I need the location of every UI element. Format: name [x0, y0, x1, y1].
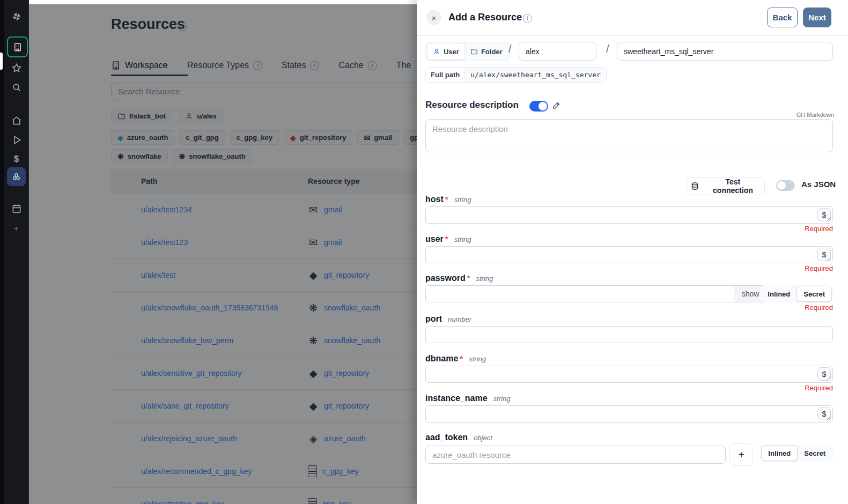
required-asterisk: *	[445, 195, 448, 204]
sidebar-item-variables[interactable]: $	[4, 150, 28, 168]
field-name: user	[425, 234, 444, 244]
resize-handle[interactable]	[826, 217, 831, 222]
field-host: host*string$Required	[425, 195, 833, 225]
field-input-row	[425, 326, 833, 344]
field-label: host*string	[425, 195, 833, 206]
field-type-hint: string	[493, 395, 511, 403]
next-button[interactable]: Next	[803, 8, 831, 27]
pencil-icon[interactable]	[552, 101, 561, 112]
password-input[interactable]	[426, 286, 743, 302]
resize-handle[interactable]	[826, 376, 831, 381]
field-name: password	[425, 273, 466, 283]
resize-handle[interactable]	[826, 256, 831, 262]
test-connection-button[interactable]: Test connection	[687, 177, 765, 195]
info-icon[interactable]: i	[523, 14, 532, 23]
instance_name-input[interactable]	[426, 406, 824, 422]
field-name: port	[425, 314, 442, 324]
field-instance_name: instance_namestring$	[425, 394, 833, 424]
dollar-icon: $	[14, 154, 19, 165]
toggle-option-secret[interactable]: Secret	[798, 446, 832, 461]
add-resource-drawer: × Add a Resource i Back Next User Folder…	[417, 0, 848, 504]
field-input-row: $	[425, 405, 833, 424]
database-icon	[690, 182, 699, 191]
field-label: portnumber	[425, 314, 833, 326]
host-input-box: $	[425, 206, 833, 224]
required-asterisk: *	[467, 273, 470, 283]
field-input-row: showInlinedSecret	[425, 285, 833, 303]
field-input-row: $	[425, 206, 833, 225]
path-name-input[interactable]	[617, 42, 833, 61]
boxes-icon	[11, 172, 21, 182]
back-button[interactable]: Back	[767, 8, 798, 27]
path-separator: /	[508, 43, 512, 55]
plus-icon[interactable]: +	[729, 443, 753, 466]
markdown-hint: GH Markdown	[797, 112, 834, 118]
sidebar-item-home[interactable]	[4, 112, 28, 130]
host-input[interactable]	[426, 207, 824, 223]
owner-kind-user[interactable]: User	[427, 43, 465, 60]
required-note: Required	[805, 225, 833, 233]
drawer-header: × Add a Resource i Back Next	[417, 0, 848, 36]
sidebar-item-add[interactable]: +	[4, 219, 28, 237]
field-dbname: dbname*string$Required	[425, 354, 833, 384]
calendar-icon	[11, 203, 22, 214]
required-note: Required	[805, 303, 833, 312]
close-icon[interactable]: ×	[426, 10, 441, 25]
full-path-value: u/alex/sweetheart_ms_sql_server	[464, 68, 606, 82]
description-heading: Resource description	[425, 100, 519, 110]
description-textarea[interactable]	[425, 119, 833, 152]
toggle-option-secret[interactable]: Secret	[797, 286, 832, 302]
full-path-display: Full path u/alex/sweetheart_ms_sql_serve…	[425, 67, 607, 83]
left-edge-strip	[0, 0, 4, 504]
folder-icon	[470, 48, 478, 55]
owner-kind-folder[interactable]: Folder	[465, 43, 508, 60]
inlined-secret-toggle: InlinedSecret	[760, 444, 833, 462]
user-icon	[433, 48, 440, 55]
field-type-hint: number	[448, 315, 471, 323]
sidebar-item-search[interactable]	[4, 78, 28, 97]
sidebar-item-runs[interactable]	[4, 131, 28, 149]
port-input[interactable]	[425, 326, 833, 343]
dbname-input[interactable]	[426, 366, 824, 382]
field-type-hint: object	[474, 434, 492, 442]
field-aad_token: aad_tokenobject+InlinedSecret	[425, 433, 833, 463]
drawer-title: Add a Resource	[448, 12, 522, 23]
inlined-secret-toggle: InlinedSecret	[760, 285, 833, 302]
path-owner-input[interactable]	[519, 42, 596, 61]
toggle-option-inlined[interactable]: Inlined	[761, 286, 797, 301]
field-label: password*string	[425, 273, 833, 285]
field-input-row: +InlinedSecret	[425, 444, 833, 463]
dbname-input-box: $	[425, 366, 833, 383]
field-name: host	[425, 195, 444, 204]
resize-handle[interactable]	[826, 416, 831, 421]
building-icon	[13, 42, 23, 52]
user-input[interactable]	[426, 247, 824, 263]
as-json-label: As JSON	[801, 180, 836, 189]
sidebar-item-workspace[interactable]	[7, 36, 28, 57]
instance_name-input-box: $	[425, 405, 833, 423]
search-icon	[11, 82, 22, 93]
field-label: instance_namestring	[425, 394, 833, 405]
required-note: Required	[805, 264, 833, 272]
play-icon	[11, 135, 22, 145]
aad_token-resource-input[interactable]	[425, 446, 726, 464]
field-port: portnumber	[425, 314, 833, 344]
path-separator: /	[606, 43, 609, 55]
required-asterisk: *	[445, 234, 448, 243]
sidebar-item-schedules[interactable]	[4, 199, 28, 218]
toggle-option-inlined[interactable]: Inlined	[761, 445, 798, 461]
field-label: user*string	[425, 234, 833, 246]
full-path-label: Full path	[426, 68, 464, 82]
sidebar-item-resources[interactable]	[7, 167, 26, 186]
description-toggle[interactable]	[529, 101, 548, 112]
windmill-logo-icon[interactable]	[4, 8, 28, 26]
field-password: password*stringshowInlinedSecretRequired	[425, 273, 833, 303]
field-input-row: $	[425, 366, 833, 384]
sidebar-item-favorites[interactable]	[4, 59, 28, 77]
field-input-row: $	[425, 246, 833, 264]
star-icon	[11, 63, 22, 73]
field-type-hint: string	[476, 275, 493, 283]
field-label: aad_tokenobject	[425, 433, 833, 444]
field-name: dbname	[425, 354, 458, 364]
as-json-toggle[interactable]	[776, 180, 795, 191]
